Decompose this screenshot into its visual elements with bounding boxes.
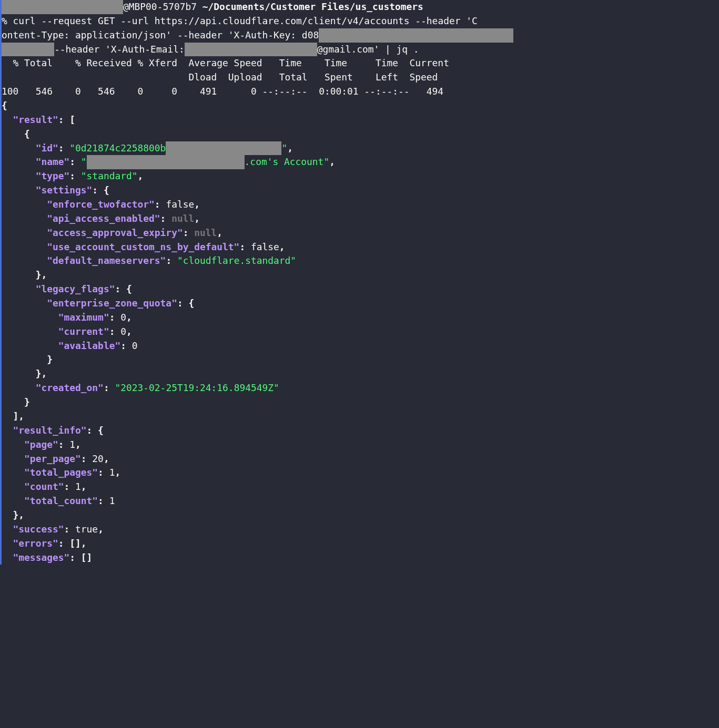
access-key: "access_approval_expiry" (2, 227, 183, 238)
comma4: , (194, 199, 200, 210)
comma15: , (81, 538, 87, 549)
legacy-open: : { (115, 283, 131, 294)
redacted-id: XXXXXXXXXXXXXXXXXXX (166, 141, 281, 156)
close-legacy: }, (2, 367, 719, 381)
curl-header-3: 100 546 0 546 0 0 491 0 --:--:-- 0:00:01… (2, 85, 719, 99)
open-brace-2: { (2, 127, 719, 141)
name-key: "name" (2, 156, 69, 167)
id-line: "id": "0d21874c2258800bXXXXXXXXXXXXXXXXX… (2, 141, 719, 156)
cmd2: ontent-Type: application/json' --header … (2, 29, 319, 40)
perpage-key: "per_page" (2, 453, 81, 464)
curl-header-2: Dload Upload Total Spent Left Speed (2, 70, 719, 85)
count-key: "count" (2, 481, 64, 492)
terminal-window[interactable]: XXXXXXXXXXXXXXXXXXXX@MBP00-5707b7 ~/Docu… (0, 0, 719, 565)
redacted-email: XXXXXXXXXXXXXXXXXXXXXX (185, 43, 317, 57)
id-val-post: " (281, 142, 287, 153)
comma14: , (98, 524, 104, 535)
null-val2: null (194, 227, 217, 238)
command-line-1: % curl --request GET --url https://api.c… (2, 14, 719, 28)
result-key-line: "result": [ (2, 113, 719, 127)
colon12: : (104, 382, 115, 393)
type-key: "type" (2, 170, 69, 181)
comma10: , (75, 439, 81, 450)
messages-line: "messages": [] (2, 551, 719, 565)
legacy-key: "legacy_flags" (2, 283, 115, 294)
errors-key: "errors" (2, 538, 58, 549)
false-val2: false (251, 241, 279, 252)
type-val: "standard" (81, 170, 138, 181)
command-line-3: XXXXXXXXX--header 'X-Auth-Email: XXXXXXX… (2, 43, 719, 57)
errors-line: "errors": [], (2, 537, 719, 551)
comma12: , (115, 467, 120, 478)
totalcount-key: "total_count" (2, 495, 98, 506)
one3: 1 (75, 481, 81, 492)
comma: , (287, 142, 293, 153)
totalpages-key: "total_pages" (2, 467, 98, 478)
resultinfo-key: "result_info" (2, 425, 87, 436)
ezq-open: : { (177, 298, 194, 309)
colon5: : (160, 213, 172, 224)
legacy-line: "legacy_flags": { (2, 282, 719, 296)
one1: 1 (69, 439, 75, 450)
useacc-line: "use_account_custom_ns_by_default": fals… (2, 240, 719, 254)
cmd3: --header 'X-Auth-Email: (54, 44, 185, 55)
colon: : (58, 142, 70, 153)
colon18: : (64, 524, 75, 535)
comma11: , (104, 453, 109, 464)
perpage-line: "per_page": 20, (2, 452, 719, 466)
resultinfo-line: "result_info": { (2, 424, 719, 438)
type-line: "type": "standard", (2, 169, 719, 183)
comma2: , (329, 156, 335, 167)
defaultns-key: "default_nameservers" (2, 255, 166, 266)
false-val: false (166, 199, 194, 210)
colon19: : (58, 538, 70, 549)
settings-key: "settings" (2, 184, 92, 196)
colon2: : (69, 156, 81, 167)
created-line: "created_on": "2023-02-25T19:24:16.89454… (2, 381, 719, 395)
colon20: : (69, 552, 81, 563)
colon16: : (64, 481, 75, 492)
count-line: "count": 1, (2, 480, 719, 494)
cmd1: curl --request GET --url https://api.clo… (7, 15, 478, 26)
messages-key: "messages" (2, 552, 69, 563)
enforce-line: "enforce_twofactor": false, (2, 198, 719, 212)
redacted-key: XXXXXXXXXXXXXXXXXXXXXXXXXXXXXXXXXX (319, 28, 513, 43)
ezq-line: "enterprise_zone_quota": { (2, 296, 719, 311)
colon-bracket: : [ (58, 114, 75, 125)
max-key: "maximum" (2, 312, 109, 323)
comma13: , (81, 481, 87, 492)
created-key: "created_on" (2, 382, 104, 393)
one2: 1 (109, 467, 115, 478)
close-result-obj: } (2, 395, 719, 409)
colon9: : (109, 312, 121, 323)
useacc-key: "use_account_custom_ns_by_default" (2, 241, 239, 252)
colon6: : (183, 227, 195, 238)
close-settings: }, (2, 268, 719, 282)
comma8: , (126, 312, 132, 323)
colon3: : (69, 170, 81, 181)
access-line: "access_approval_expiry": null, (2, 226, 719, 240)
comma3: , (138, 170, 144, 181)
close-result-arr: ], (2, 409, 719, 424)
id-val-pre: "0d21874c2258800b (69, 142, 166, 153)
colon14: : (81, 453, 93, 464)
api-line: "api_access_enabled": null, (2, 212, 719, 226)
null-val: null (171, 213, 194, 224)
defaultns-val: "cloudflare.standard" (177, 255, 296, 266)
empty-arr2: [] (81, 552, 93, 563)
comma6: , (217, 227, 222, 238)
prompt-line-1: XXXXXXXXXXXXXXXXXXXX@MBP00-5707b7 ~/Docu… (2, 0, 719, 14)
result-key: "result" (13, 114, 58, 125)
success-key: "success" (2, 524, 64, 535)
totalcount-line: "total_count": 1 (2, 494, 719, 508)
close-ezq: } (2, 353, 719, 367)
zero2: 0 (120, 326, 126, 337)
ezq-key: "enterprise_zone_quota" (2, 298, 177, 309)
prompt-percent: % (2, 15, 7, 26)
host-text: @MBP00-5707b7 (123, 1, 202, 12)
redacted-user: XXXXXXXXXXXXXXXXXXXX (2, 0, 123, 14)
zero3: 0 (132, 340, 138, 351)
empty-arr1: [] (69, 538, 81, 549)
id-key: "id" (2, 142, 58, 153)
totalpages-line: "total_pages": 1, (2, 466, 719, 480)
